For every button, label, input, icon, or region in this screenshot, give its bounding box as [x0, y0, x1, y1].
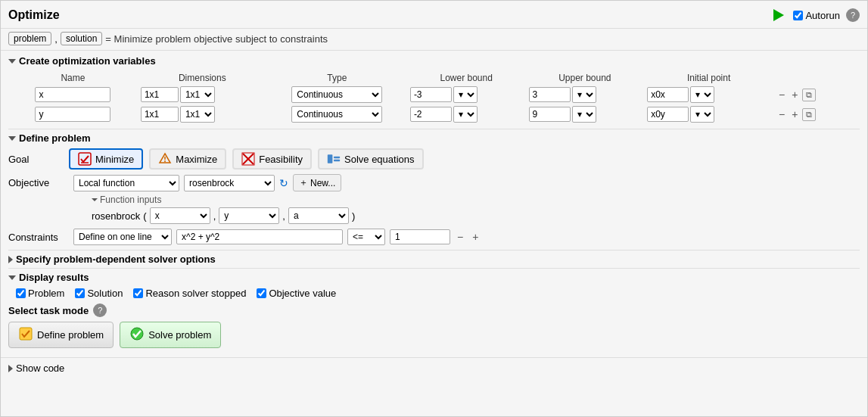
open-paren: ( [143, 210, 146, 222]
content-area: Create optimization variables Name Dimen… [1, 51, 867, 357]
autorun-text: Autorun [805, 10, 840, 21]
var-dimensions-select-y[interactable]: 1x1 [180, 106, 215, 123]
breadcrumb: problem , solution = Minimize problem ob… [1, 29, 867, 51]
var-dimensions-input-x[interactable] [141, 87, 179, 102]
display-results-collapse-icon [8, 275, 16, 280]
define-collapse-icon [8, 136, 16, 141]
param-a-select[interactable]: a [288, 207, 349, 224]
table-row: 1x1 Continuous Integer Binary [8, 85, 860, 104]
param-x-select[interactable]: x [150, 207, 210, 224]
remove-constraint-button[interactable]: − [455, 230, 465, 244]
close-paren: ) [352, 210, 355, 222]
solve-problem-btn-icon [129, 326, 145, 344]
solution-checkbox-label[interactable]: Solution [75, 288, 123, 299]
var-lower-select-x[interactable]: ▾ [453, 86, 478, 103]
remove-row-button-y[interactable]: − [776, 107, 787, 121]
svg-rect-8 [328, 154, 333, 163]
define-problem-btn-label: Define problem [37, 329, 104, 341]
header-left: Optimize [8, 8, 60, 22]
var-lower-input-y[interactable] [410, 107, 452, 122]
var-upper-input-x[interactable] [529, 87, 571, 102]
objective-value-checkbox-text: Objective value [269, 288, 336, 299]
autorun-label[interactable]: Autorun [793, 10, 840, 21]
constraints-define-select[interactable]: Define on one line Define row-by-row [73, 229, 172, 245]
col-lower: Lower bound [407, 71, 526, 85]
goal-buttons: Minimize Maximize [69, 148, 424, 170]
var-type-select-x[interactable]: Continuous Integer Binary [291, 86, 382, 103]
goal-label: Goal [8, 154, 69, 165]
var-initial-select-y[interactable]: ▾ [690, 106, 714, 123]
maximize-icon [158, 152, 172, 166]
solution-checkbox-text: Solution [87, 288, 123, 299]
feasibility-label: Feasibility [259, 154, 303, 165]
var-upper-cell-y: ▾ [526, 104, 645, 124]
solver-options-section[interactable]: Specify problem-dependent solver options [8, 254, 860, 265]
copy-row-button-x[interactable]: ⧉ [802, 89, 816, 101]
equation-text: = Minimize problem objective subject to … [105, 33, 328, 45]
solve-problem-button[interactable]: Solve problem [120, 322, 221, 348]
define-problem-section: Define problem Goal [8, 132, 860, 245]
constraints-expression-input[interactable] [176, 229, 343, 244]
task-mode-row: Select task mode ? [8, 303, 860, 317]
var-name-input-y[interactable] [35, 107, 110, 122]
var-name-cell-y [8, 104, 138, 124]
remove-row-button-x[interactable]: − [776, 88, 787, 101]
page-title: Optimize [8, 8, 60, 22]
objective-value-checkbox-label[interactable]: Objective value [257, 288, 336, 299]
solve-equations-button[interactable]: Solve equations [318, 148, 424, 170]
define-problem-button[interactable]: Define problem [8, 322, 114, 348]
var-initial-cell-y: ▾ [644, 104, 773, 124]
add-row-button-y[interactable]: + [789, 107, 800, 121]
var-lower-select-y[interactable]: ▾ [453, 106, 478, 123]
feasibility-button[interactable]: Feasibility [232, 148, 312, 170]
var-upper-select-x[interactable]: ▾ [572, 86, 596, 103]
show-code-row[interactable]: Show code [1, 357, 867, 378]
run-button[interactable] [770, 7, 787, 23]
var-initial-select-x[interactable]: ▾ [690, 86, 714, 103]
copy-row-button-y[interactable]: ⧉ [802, 108, 816, 121]
maximize-button[interactable]: Maximize [149, 148, 226, 170]
var-dimensions-select-x[interactable]: 1x1 [180, 86, 215, 103]
var-initial-input-x[interactable] [647, 87, 689, 102]
var-lower-input-x[interactable] [410, 87, 452, 102]
plus-icon: ＋ [299, 176, 308, 189]
define-problem-header[interactable]: Define problem [8, 132, 860, 144]
display-results-header[interactable]: Display results [8, 272, 860, 283]
problem-checkbox-label[interactable]: Problem [16, 288, 64, 299]
var-name-input-x[interactable] [35, 87, 110, 102]
solve-problem-btn-label: Solve problem [148, 329, 211, 341]
create-variables-section-header[interactable]: Create optimization variables [8, 55, 860, 67]
refresh-button[interactable]: ↻ [279, 177, 288, 189]
task-mode-help-button[interactable]: ? [93, 303, 107, 317]
reason-checkbox-label[interactable]: Reason solver stopped [133, 288, 246, 299]
col-dimensions: Dimensions [138, 71, 267, 85]
var-dimensions-cell: 1x1 [138, 85, 267, 104]
header-right: Autorun ? [770, 7, 860, 23]
var-actions-cell-y: − + ⧉ [773, 104, 860, 124]
autorun-checkbox[interactable] [793, 11, 803, 20]
constraints-value-input[interactable] [390, 229, 450, 244]
objective-function-select[interactable]: rosenbrock [184, 175, 275, 191]
var-upper-input-y[interactable] [529, 107, 571, 122]
help-icon: ? [851, 11, 855, 20]
objective-value-checkbox[interactable] [257, 288, 266, 298]
var-actions-cell: − + ⧉ [773, 85, 860, 104]
display-results-section: Display results Problem Solution Reason … [8, 272, 860, 299]
svg-rect-11 [20, 328, 32, 340]
var-initial-input-y[interactable] [647, 107, 689, 122]
problem-checkbox[interactable] [16, 288, 26, 298]
reason-checkbox[interactable] [133, 288, 143, 298]
new-function-button[interactable]: ＋ New... [293, 174, 341, 191]
solution-checkbox[interactable] [75, 288, 85, 298]
help-button[interactable]: ? [846, 8, 860, 22]
objective-type-select[interactable]: Local function Global function [73, 175, 179, 191]
constraints-operator-select[interactable]: <= >= == [347, 229, 385, 245]
var-upper-select-y[interactable]: ▾ [572, 106, 596, 123]
var-dimensions-input-y[interactable] [141, 107, 179, 122]
add-constraint-button[interactable]: + [470, 230, 481, 244]
col-actions [773, 71, 860, 85]
add-row-button-x[interactable]: + [789, 88, 800, 101]
param-y-select[interactable]: y [219, 207, 279, 224]
var-type-select-y[interactable]: Continuous Integer Binary [291, 106, 382, 123]
minimize-button[interactable]: Minimize [69, 148, 143, 170]
